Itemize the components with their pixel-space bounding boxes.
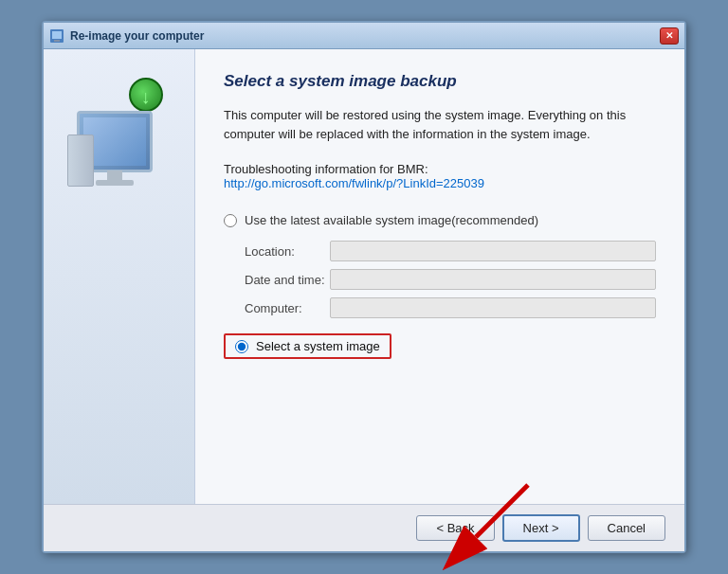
computer-label: Computer:	[245, 301, 330, 315]
computer-row: Computer:	[245, 297, 656, 318]
fields-section: Location: Date and time: Computer:	[245, 241, 656, 318]
right-panel: Select a system image backup This comput…	[195, 49, 684, 504]
left-panel: ↓	[44, 49, 195, 504]
description-text: This computer will be restored using the…	[224, 106, 656, 143]
back-button[interactable]: < Back	[416, 515, 494, 541]
location-row: Location:	[245, 241, 656, 261]
select-option[interactable]: Select a system image	[224, 333, 391, 359]
troubleshoot-label: Troubleshooting information for BMR:	[224, 162, 428, 176]
svg-rect-2	[54, 40, 60, 42]
next-button[interactable]: Next >	[502, 514, 580, 542]
select-radio[interactable]	[235, 340, 248, 353]
title-bar: Re-image your computer ✕	[44, 23, 684, 49]
select-option-box[interactable]: Select a system image	[224, 333, 391, 359]
latest-label: Use the latest available system image(re…	[245, 213, 538, 227]
location-input	[330, 241, 656, 261]
main-window: Re-image your computer ✕ ↓	[42, 21, 686, 553]
cancel-button[interactable]: Cancel	[588, 515, 665, 541]
window-icon	[49, 28, 64, 44]
date-label: Date and time:	[245, 273, 330, 287]
content-area: ↓ Select a system image backup This comp…	[44, 49, 684, 504]
location-label: Location:	[245, 244, 330, 259]
close-button[interactable]: ✕	[660, 27, 679, 45]
tower-icon	[67, 135, 94, 187]
select-label: Select a system image	[256, 339, 380, 353]
computer-illustration: ↓	[67, 78, 172, 191]
window-title: Re-image your computer	[70, 29, 204, 43]
troubleshoot-info: Troubleshooting information for BMR: htt…	[224, 162, 656, 190]
footer: < Back Next > Cancel	[44, 504, 684, 551]
computer-input	[330, 297, 656, 318]
title-bar-left: Re-image your computer	[49, 28, 204, 44]
footer-wrapper: < Back Next > Cancel	[44, 504, 684, 551]
latest-option-section: Use the latest available system image(re…	[224, 213, 656, 318]
latest-option[interactable]: Use the latest available system image(re…	[224, 213, 656, 227]
date-input	[330, 269, 656, 290]
latest-radio[interactable]	[224, 214, 237, 227]
troubleshoot-link[interactable]: http://go.microsoft.com/fwlink/p/?LinkId…	[224, 176, 484, 190]
date-row: Date and time:	[245, 269, 656, 290]
page-title: Select a system image backup	[224, 72, 656, 91]
svg-rect-1	[52, 31, 62, 39]
